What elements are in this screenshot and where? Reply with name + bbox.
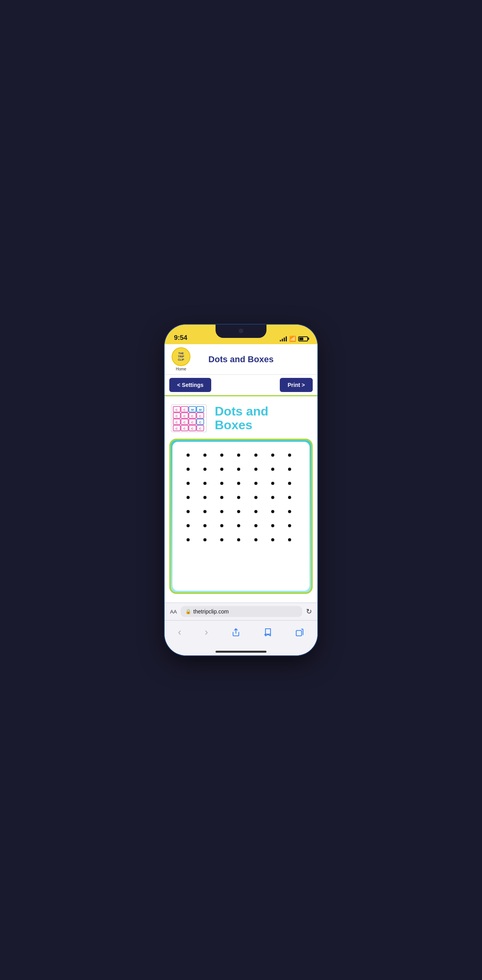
signal-bar-1	[280, 340, 281, 341]
dot	[237, 468, 240, 471]
game-inner	[172, 442, 310, 591]
battery-fill	[299, 338, 303, 340]
svg-text:C: C	[199, 414, 201, 418]
nav-buttons: < Settings Print >	[165, 375, 317, 396]
notch	[216, 325, 266, 338]
svg-text:C: C	[183, 427, 186, 430]
forward-button[interactable]: ›	[203, 624, 210, 640]
dot	[220, 538, 223, 541]
dot	[203, 468, 207, 471]
dot	[203, 454, 207, 457]
dot	[187, 454, 190, 457]
wifi-icon: 📶	[289, 336, 296, 342]
dot	[187, 510, 190, 513]
dot	[254, 468, 257, 471]
content-area: C C M M C C	[165, 396, 317, 600]
dot	[203, 510, 207, 513]
dot	[220, 510, 223, 513]
home-indicator	[165, 648, 317, 655]
dot	[187, 482, 190, 485]
svg-text:M: M	[199, 408, 202, 412]
dots-grid	[179, 450, 303, 545]
battery-icon	[298, 336, 308, 341]
logo-trip: TRIP	[178, 355, 184, 358]
svg-text:C: C	[176, 427, 178, 430]
dot	[237, 482, 240, 485]
share-button[interactable]	[230, 626, 242, 638]
dot	[187, 524, 190, 527]
game-thumbnail: C C M M C C	[169, 403, 208, 434]
dot	[220, 524, 223, 527]
aa-button[interactable]: AA	[170, 609, 177, 615]
title-section: C C M M C C	[169, 403, 313, 434]
svg-text:C: C	[183, 421, 186, 424]
game-container	[169, 439, 313, 594]
status-bar: 9:54 📶	[165, 325, 317, 344]
signal-bar-3	[284, 338, 285, 341]
dot	[254, 454, 257, 457]
dot	[288, 482, 291, 485]
dot	[271, 482, 274, 485]
dot	[203, 496, 207, 499]
dot	[271, 468, 274, 471]
signal-bar-4	[286, 336, 287, 341]
dot	[254, 538, 257, 541]
back-icon: ‹	[178, 626, 181, 638]
url-bar[interactable]: 🔒 thetripclip.com	[181, 606, 302, 617]
logo-area[interactable]: THE TRIP CLIP Home	[169, 347, 193, 371]
svg-text:C: C	[191, 421, 194, 424]
svg-text:M: M	[191, 408, 194, 412]
page-title: Dots and Boxes	[193, 354, 313, 365]
signal-bars-icon	[280, 336, 287, 341]
signal-bar-2	[282, 339, 283, 341]
logo-clip: CLIP	[178, 358, 184, 361]
url-text: thetripclip.com	[193, 608, 228, 615]
svg-text:C: C	[199, 427, 201, 430]
back-button[interactable]: ‹	[176, 624, 183, 640]
svg-text:C: C	[176, 408, 178, 412]
dot	[237, 524, 240, 527]
dot	[237, 454, 240, 457]
dot	[254, 524, 257, 527]
dot	[271, 510, 274, 513]
dot	[203, 482, 207, 485]
game-title-line2: Boxes	[215, 418, 252, 432]
dot	[288, 524, 291, 527]
dot	[254, 510, 257, 513]
dot	[237, 496, 240, 499]
settings-button[interactable]: < Settings	[169, 378, 211, 392]
status-time: 9:54	[174, 334, 187, 342]
browser-bar: AA 🔒 thetripclip.com ↻	[165, 603, 317, 620]
svg-text:C: C	[176, 414, 178, 418]
dot	[254, 482, 257, 485]
app-header: THE TRIP CLIP Home Dots and Boxes	[165, 344, 317, 375]
front-camera	[239, 328, 243, 333]
svg-text:C: C	[176, 421, 178, 424]
svg-text:C: C	[183, 414, 186, 418]
dot	[237, 538, 240, 541]
phone-screen: 9:54 📶 T	[165, 325, 317, 655]
dot	[237, 510, 240, 513]
tabs-button[interactable]	[294, 626, 306, 638]
dot	[271, 454, 274, 457]
reload-button[interactable]: ↻	[306, 607, 312, 616]
dot	[288, 496, 291, 499]
lock-icon: 🔒	[185, 609, 191, 614]
status-icons: 📶	[280, 336, 308, 342]
dot	[187, 538, 190, 541]
print-button[interactable]: Print >	[280, 378, 313, 392]
app-content: THE TRIP CLIP Home Dots and Boxes < Sett…	[165, 344, 317, 603]
svg-text:C: C	[191, 427, 194, 430]
dot	[220, 482, 223, 485]
bottom-nav: ‹ ›	[165, 620, 317, 648]
dot	[220, 468, 223, 471]
logo-circle: THE TRIP CLIP	[172, 347, 190, 366]
home-label[interactable]: Home	[176, 367, 187, 371]
dot	[203, 538, 207, 541]
dot	[254, 496, 257, 499]
phone-frame: 9:54 📶 T	[165, 325, 317, 655]
dot	[288, 468, 291, 471]
bookmark-button[interactable]	[262, 626, 274, 638]
home-bar	[216, 651, 266, 653]
logo-text: THE TRIP CLIP	[178, 352, 184, 361]
